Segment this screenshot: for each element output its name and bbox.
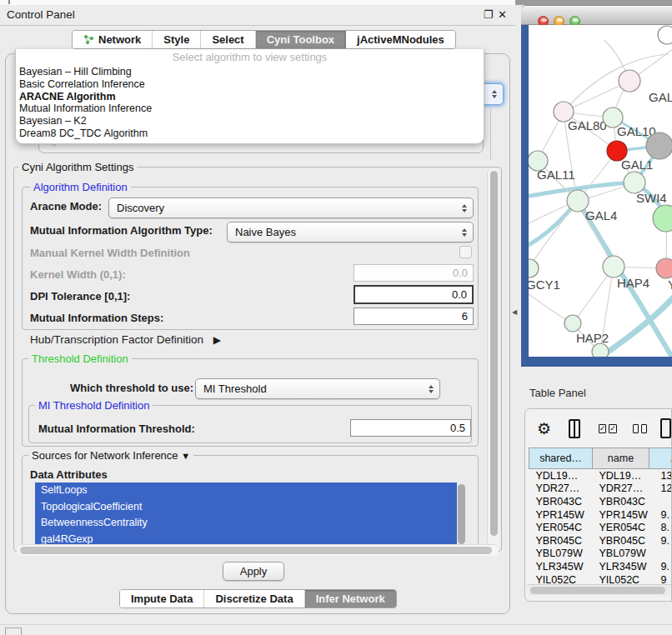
tab-discretize-data[interactable]: Discretize Data [204,590,304,608]
table-cell[interactable]: YBR045C [593,534,649,548]
unchecked-box-icon[interactable] [641,424,647,433]
algorithm-option-mutual-information-inference[interactable]: Mutual Information Inference [16,102,484,115]
table-row[interactable]: YBR045CYBR045C9. [529,534,672,548]
column-header-name[interactable]: name [593,448,649,469]
table-cell[interactable]: YLR345W [529,560,593,573]
algorithm-option-bayesian-hill-climbing[interactable]: Bayesian – Hill Climbing [16,66,484,78]
settings-hscrollbar[interactable] [17,544,499,556]
table-cell[interactable]: YBL079W [529,548,593,561]
dpi-tolerance-field[interactable]: 0.0 [354,285,474,304]
node-unlabeled-top[interactable] [658,26,672,44]
splitter-collapse-icon[interactable]: ◀ [512,308,517,316]
network-canvas[interactable]: GALGAL80GAL10GAL1GAL11SWI4GAL4GCY1HAP4YH… [529,25,672,357]
node-gal1-red-label: GAL1 [621,158,653,172]
float-panel-icon[interactable]: ❐ [483,9,494,20]
node-gray[interactable] [646,132,672,159]
table-cell[interactable] [649,495,672,508]
table-cell[interactable]: 13 [649,469,672,482]
checked-box-icon[interactable]: ✓ [599,424,607,433]
checked-box-icon[interactable]: ✓ [609,424,617,433]
node-table[interactable]: shared…nameA YDL19…YDL19…13YDR27…YDR27…1… [529,448,672,586]
table-cell[interactable]: YDR27… [529,482,593,496]
table-cell[interactable]: YDL19… [593,469,649,482]
tab-select[interactable]: Select [201,31,255,48]
node-gcy1[interactable] [529,259,539,278]
network-window-titlebar[interactable] [521,5,672,25]
node-gal-clipped-label: GAL [649,90,672,104]
split-view-icon[interactable] [569,419,580,438]
aracne-mode-combo[interactable]: Discovery [108,198,474,218]
tab-impute-data[interactable]: Impute Data [120,590,204,608]
table-row[interactable]: YDR27…YDR27…12 [529,482,672,496]
attribute-item-selfloops[interactable]: SelfLoops [35,482,457,499]
attributes-scrollbar-thumb[interactable] [458,484,465,544]
table-cell[interactable]: YPR145W [529,508,593,522]
mi-type-combo[interactable]: Naive Bayes [227,222,474,242]
data-attributes-list[interactable]: SelfLoopsTopologicalCoefficientBetweenne… [35,482,457,548]
table-cell[interactable] [649,548,672,561]
table-row[interactable]: YER054CYER054C8. [529,521,672,534]
table-cell[interactable]: YER054C [593,521,649,534]
apply-button[interactable]: Apply [223,562,284,581]
table-cell[interactable]: YBL079W [593,548,649,561]
algorithm-option-basic-correlation-inference[interactable]: Basic Correlation Inference [16,78,484,91]
tab-cyni-toolbox[interactable]: Cyni Toolbox [256,31,346,48]
tab-style[interactable]: Style [153,31,201,48]
document-icon[interactable] [660,418,671,438]
table-hscrollbar-thumb[interactable] [530,587,665,594]
table-cell[interactable]: YLR345W [593,560,649,573]
algorithm-option-dream8-dc-tdc-algorithm[interactable]: Dream8 DC_TDC Algorithm [16,128,484,140]
table-row[interactable]: YPR145WYPR145W9. [529,508,672,522]
table-cell[interactable]: 9. [649,560,672,573]
kernel-width-label: Kernel Width (0,1): [30,268,126,281]
table-cell[interactable]: YDR27… [593,482,649,496]
sources-group-title[interactable]: Sources for Network Inference ▼ [28,449,193,462]
table-cell[interactable]: 9. [649,534,672,548]
node-bright-green[interactable] [653,205,672,232]
kernel-width-field[interactable]: 0.0 [354,264,474,282]
table-row[interactable]: YDL19…YDL19…13 [529,469,672,482]
attribute-item-betweennesscentrality[interactable]: BetweennessCentrality [35,515,457,532]
node-salmon[interactable] [656,258,672,278]
close-panel-icon[interactable]: ✕ [497,9,508,20]
node-gal-clipped[interactable] [619,70,640,92]
table-hscrollbar[interactable] [527,584,672,596]
table-cell[interactable]: YBR043C [593,495,649,508]
manual-kernel-checkbox[interactable] [459,246,472,258]
combo-stepper-icon [424,385,439,393]
mi-threshold-field[interactable]: 0.5 [350,419,471,437]
column-header-a[interactable]: A [649,448,672,469]
node-hap2[interactable] [564,315,581,332]
settings-vscrollbar-thumb[interactable] [490,171,498,536]
hub-definition-toggle[interactable]: Hub/Transcription Factor Definition ▶ [30,333,221,346]
table-cell[interactable]: YER054C [529,521,593,534]
bottom-left-widget[interactable] [5,628,22,635]
algorithm-option-aracne-algorithm[interactable]: ARACNE Algorithm [16,91,484,103]
table-cell[interactable]: 9. [649,508,672,522]
unchecked-box-icon[interactable] [633,424,639,433]
column-header-shared-[interactable]: shared… [529,448,593,469]
table-row[interactable]: YBL079WYBL079W [529,548,672,561]
algorithm-option-bayesian-k2[interactable]: Bayesian – K2 [16,115,484,128]
node-bottom-green[interactable] [592,343,609,357]
settings-vscrollbar[interactable] [487,168,499,548]
table-row[interactable]: YLR345WYLR345W9. [529,560,672,573]
hidden-groupbox-edge [490,108,491,160]
table-cell[interactable]: YBR045C [529,534,593,548]
tab-infer-network[interactable]: Infer Network [305,590,396,608]
which-threshold-value: MI Threshold [196,382,424,395]
table-row[interactable]: YBR043CYBR043C [529,495,672,508]
table-cell[interactable]: YPR145W [593,508,649,522]
which-threshold-combo[interactable]: MI Threshold [195,378,440,399]
tab-jactivemnodules[interactable]: jActiveMNodules [346,31,455,48]
gear-icon[interactable]: ⚙ [537,419,551,438]
mi-steps-field[interactable]: 6 [354,308,474,325]
tab-network[interactable]: Network [73,31,153,48]
table-cell[interactable]: 8. [649,521,672,534]
attribute-item-topologicalcoefficient[interactable]: TopologicalCoefficient [35,499,457,516]
table-cell[interactable]: 12 [649,482,672,496]
settings-hscrollbar-thumb[interactable] [20,547,492,554]
node-hap4[interactable] [603,256,624,278]
table-cell[interactable]: YBR043C [529,495,593,508]
table-cell[interactable]: YDL19… [529,469,593,482]
